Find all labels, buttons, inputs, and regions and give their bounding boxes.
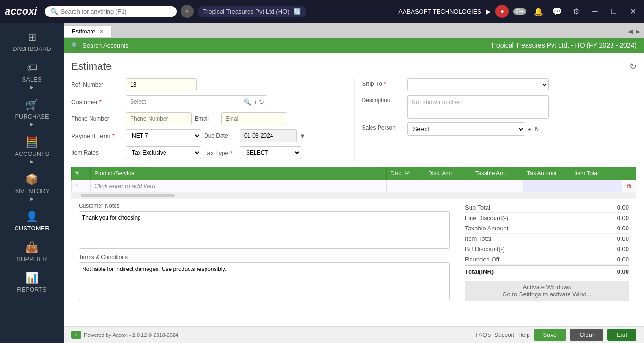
sales-expand-arrow: ▶ — [30, 85, 33, 90]
company-name: Tropical Treasures Pvt Ltd.(HO) — [203, 8, 289, 15]
global-search[interactable]: 🔍 — [45, 6, 177, 17]
customer-notes-label: Customer Notes — [79, 203, 450, 209]
line-discount-value: 0.00 — [617, 214, 629, 221]
ref-number-input[interactable] — [126, 78, 197, 91]
supplier-icon: 👜 — [25, 241, 38, 253]
sidebar-item-dashboard[interactable]: ⊞ DASHBOARD — [0, 26, 64, 57]
line-discount-label: Line Discount(-) — [465, 214, 508, 221]
customer-notes-textarea[interactable]: Thank you for choosing — [79, 211, 450, 249]
bill-discount-value: 0.00 — [617, 245, 629, 253]
description-textarea[interactable]: Not shown to client — [407, 95, 549, 119]
clear-button[interactable]: Clear — [570, 329, 603, 341]
summary-item-total: Item Total 0.00 — [465, 234, 629, 244]
scroll-thumb[interactable] — [81, 194, 175, 197]
email-input[interactable] — [221, 112, 287, 125]
sidebar-label-supplier: SUPPLIER — [17, 255, 47, 262]
customer-icons: 🔍 + ↻ — [241, 98, 267, 106]
search-input[interactable] — [61, 8, 165, 15]
customer-search-icon[interactable]: 🔍 — [244, 98, 251, 106]
payment-term-select[interactable]: NET 7 — [126, 129, 201, 142]
ship-to-select[interactable] — [407, 78, 549, 91]
due-date-dropdown-icon[interactable]: ▼ — [299, 132, 305, 139]
accounts-icon: 🧮 — [25, 136, 38, 148]
total-value: 0.00 — [617, 268, 629, 275]
dashboard-icon: ⊞ — [28, 31, 36, 43]
tab-prev-icon[interactable]: ◀ — [628, 28, 633, 35]
reports-icon: 📊 — [25, 272, 38, 284]
powered-by: Powered by Accoxi - 2.0.12 © 2018-2024 — [84, 332, 178, 338]
row-num: 1 — [72, 180, 91, 192]
item-total-value: 0.00 — [617, 235, 629, 242]
footer-logo: ✓ Powered by Accoxi - 2.0.12 © 2018-2024 — [71, 331, 178, 339]
row-disc-pct[interactable] — [387, 180, 424, 192]
tax-type-select[interactable]: SELECT — [240, 146, 301, 159]
sidebar-item-customer[interactable]: 👤 CUSTOMER — [0, 206, 64, 237]
sidebar-item-reports[interactable]: 📊 REPORTS — [0, 267, 64, 298]
due-date-input[interactable] — [240, 129, 297, 142]
customer-add-icon[interactable]: + — [253, 98, 257, 106]
items-table: # Product/Service Disc. % Disc. Amt. Tax… — [71, 167, 636, 192]
terms-textarea[interactable]: Not liable for indirect damages. Use pro… — [79, 262, 450, 300]
total-label: Total(INR) — [465, 268, 494, 275]
close-icon[interactable]: ✕ — [626, 5, 639, 18]
sidebar-label-sales: SALES — [22, 76, 42, 83]
item-rates-select[interactable]: Tax Exclusive — [126, 146, 201, 159]
add-button[interactable]: + — [181, 5, 194, 18]
chat-icon[interactable]: 💬 — [551, 5, 564, 18]
maximize-icon[interactable]: □ — [607, 5, 620, 18]
activate-windows-title: Activate Windows — [468, 284, 626, 291]
summary-sub-total: Sub Total 0.00 — [465, 203, 629, 213]
tab-next-icon[interactable]: ▶ — [636, 28, 640, 35]
sales-refresh-icon[interactable]: ↻ — [534, 126, 539, 133]
row-tax-amt[interactable] — [523, 180, 570, 192]
col-header-num: # — [72, 167, 91, 180]
tab-estimate[interactable]: Estimate ✕ — [64, 25, 112, 37]
row-delete[interactable]: 🗑 — [622, 180, 636, 192]
description-placeholder: Not shown to client — [412, 98, 463, 106]
search-accounts-icon: 🔍 — [71, 42, 79, 49]
sales-person-select[interactable]: Select — [407, 122, 525, 136]
form-title: Estimate — [71, 60, 112, 73]
topbar: accoxi 🔍 + Tropical Treasures Pvt Ltd.(H… — [0, 0, 644, 23]
sidebar-item-sales[interactable]: 🏷 SALES ▶ — [0, 57, 64, 94]
bell-icon[interactable]: 🔔 — [532, 5, 545, 18]
sidebar: ⊞ DASHBOARD 🏷 SALES ▶ 🛒 PURCHASE ▶ 🧮 ACC… — [0, 23, 64, 343]
email-label: Email — [195, 115, 218, 122]
support-link[interactable]: Support — [495, 332, 514, 338]
inventory-expand-arrow: ▶ — [30, 196, 33, 201]
minimize-icon[interactable]: ─ — [588, 5, 602, 18]
phone-input[interactable] — [126, 112, 192, 125]
row-taxable[interactable] — [471, 180, 523, 192]
sidebar-item-purchase[interactable]: 🛒 PURCHASE ▶ — [0, 94, 64, 131]
horizontal-scrollbar[interactable] — [71, 192, 636, 199]
customer-select-input[interactable] — [126, 97, 241, 107]
exit-button[interactable]: Exit — [607, 329, 636, 341]
refresh-form-icon[interactable]: ↻ — [629, 61, 636, 72]
sidebar-item-accounts[interactable]: 🧮 ACCOUNTS ▶ — [0, 131, 64, 169]
sales-add-icon[interactable]: + — [528, 126, 532, 133]
row-item-total[interactable] — [570, 180, 622, 192]
sidebar-item-supplier[interactable]: 👜 SUPPLIER — [0, 237, 64, 267]
customer-refresh-icon[interactable]: ↻ — [259, 98, 264, 106]
due-date-label: Due Date — [204, 132, 237, 139]
taxable-amount-label: Taxable Amount — [465, 225, 509, 232]
tab-close-icon[interactable]: ✕ — [99, 28, 104, 34]
faq-link[interactable]: FAQ's — [476, 332, 491, 338]
refresh-icon[interactable]: 🔄 — [293, 8, 301, 15]
form-right: Ship To * Description Not shown to clien… — [354, 78, 637, 163]
row-disc-amt[interactable] — [424, 180, 471, 192]
customer-input-wrap[interactable]: 🔍 + ↻ — [126, 95, 267, 108]
rounded-off-value: 0.00 — [617, 256, 629, 263]
terms-label: Terms & Conditions — [79, 254, 450, 261]
activate-windows-subtitle: Go to Settings to activate Wind... — [468, 291, 626, 298]
sidebar-label-accounts: ACCOUNTS — [15, 150, 49, 157]
company-selector[interactable]: Tropical Treasures Pvt Ltd.(HO) 🔄 — [198, 6, 306, 17]
sidebar-item-inventory[interactable]: 📦 INVENTORY ▶ — [0, 169, 64, 206]
search-accounts-label[interactable]: Search Accounts — [83, 42, 129, 49]
notes-section: Customer Notes Thank you for choosing Te… — [71, 199, 457, 305]
settings-icon[interactable]: ⚙ — [570, 5, 583, 18]
save-button[interactable]: Save — [534, 329, 567, 341]
help-link[interactable]: Help — [518, 332, 530, 338]
row-product[interactable]: Click enter to add item — [91, 180, 387, 192]
accounts-expand-arrow: ▶ — [30, 159, 33, 164]
